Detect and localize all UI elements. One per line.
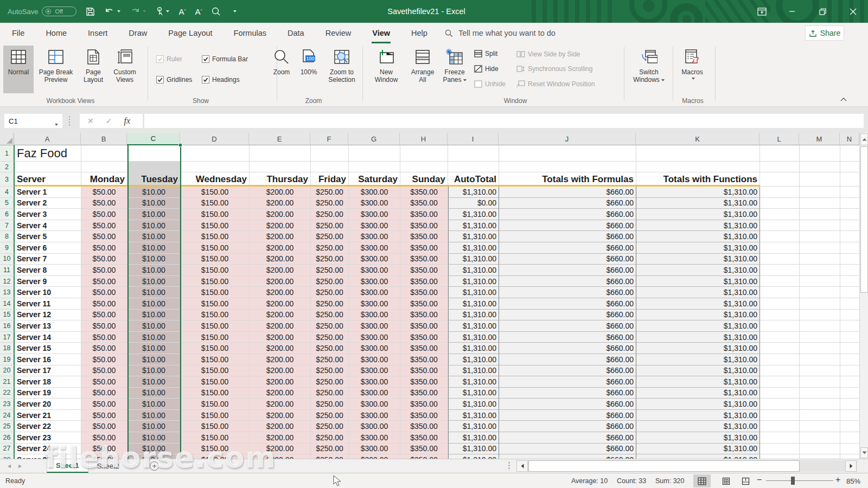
zoom-percentage[interactable]: 85% bbox=[846, 477, 860, 485]
split-button[interactable]: Split bbox=[474, 50, 497, 57]
cell-N11[interactable] bbox=[840, 265, 859, 276]
cell-F28[interactable]: $250.00 bbox=[311, 454, 349, 459]
cell-D9[interactable]: $150.00 bbox=[181, 242, 250, 254]
cell-M18[interactable] bbox=[800, 343, 840, 354]
cell-C7[interactable]: $10.00 bbox=[127, 220, 181, 232]
cell-K15[interactable]: $1,310.00 bbox=[636, 310, 760, 321]
cell-M5[interactable] bbox=[800, 198, 840, 209]
cell-A21[interactable]: Server 18 bbox=[15, 376, 81, 388]
cell-J9[interactable]: $660.00 bbox=[499, 242, 636, 254]
ruler-checkbox[interactable]: Ruler bbox=[156, 55, 182, 63]
menu-tab-insert[interactable]: Insert bbox=[87, 29, 108, 37]
cell-I23[interactable]: $1,310.00 bbox=[448, 399, 499, 410]
cell-A23[interactable]: Server 20 bbox=[15, 399, 81, 410]
cell-H13[interactable]: $350.00 bbox=[400, 287, 448, 298]
cell-N10[interactable] bbox=[840, 254, 859, 265]
cell-I4[interactable]: $1,310.00 bbox=[448, 187, 499, 198]
hscroll-handle[interactable] bbox=[508, 461, 510, 471]
cell-C15[interactable]: $10.00 bbox=[127, 310, 181, 321]
cell-M8[interactable] bbox=[800, 231, 840, 242]
cell-M21[interactable] bbox=[800, 376, 840, 388]
cell-L17[interactable] bbox=[760, 332, 800, 343]
cell-C23[interactable]: $10.00 bbox=[127, 399, 181, 410]
cell-I9[interactable]: $1,310.00 bbox=[448, 242, 499, 254]
cell-A20[interactable]: Server 17 bbox=[15, 365, 81, 377]
cell-J6[interactable]: $660.00 bbox=[499, 209, 636, 220]
cell-L28[interactable] bbox=[760, 454, 800, 459]
cell-E24[interactable]: $200.00 bbox=[250, 410, 311, 421]
horizontal-scrollbar[interactable] bbox=[516, 460, 857, 472]
cell-N8[interactable] bbox=[840, 231, 859, 242]
cell-B4[interactable]: $50.00 bbox=[81, 187, 127, 198]
cell-J1[interactable] bbox=[499, 145, 636, 162]
cell-E18[interactable]: $200.00 bbox=[250, 343, 311, 354]
tell-me-box[interactable]: Tell me what you want to do bbox=[445, 23, 556, 43]
row-header-4[interactable]: 4 bbox=[0, 187, 15, 198]
cell-A11[interactable]: Server 8 bbox=[15, 265, 81, 276]
cell-D10[interactable]: $150.00 bbox=[181, 254, 250, 265]
cell-F9[interactable]: $250.00 bbox=[311, 242, 349, 254]
cell-C5[interactable]: $10.00 bbox=[127, 198, 181, 209]
cell-C25[interactable]: $10.00 bbox=[127, 421, 181, 432]
cell-I22[interactable]: $1,310.00 bbox=[448, 388, 499, 399]
minimize-button[interactable] bbox=[777, 0, 807, 23]
column-header-K[interactable]: K bbox=[636, 133, 760, 145]
column-header-D[interactable]: D bbox=[180, 133, 249, 145]
row-header-18[interactable]: 18 bbox=[0, 343, 15, 354]
cell-M24[interactable] bbox=[800, 410, 840, 421]
cell-N13[interactable] bbox=[840, 287, 859, 298]
cell-C14[interactable]: $10.00 bbox=[127, 298, 181, 310]
cell-G22[interactable]: $300.00 bbox=[349, 388, 400, 399]
cell-J10[interactable]: $660.00 bbox=[499, 254, 636, 265]
cell-M17[interactable] bbox=[800, 332, 840, 343]
cell-M13[interactable] bbox=[800, 287, 840, 298]
cell-L15[interactable] bbox=[760, 310, 800, 321]
cell-F16[interactable]: $250.00 bbox=[311, 320, 349, 332]
cell-A25[interactable]: Server 22 bbox=[15, 421, 81, 432]
cell-F20[interactable]: $250.00 bbox=[311, 365, 349, 377]
cell-I24[interactable]: $1,310.00 bbox=[448, 410, 499, 421]
cell-F7[interactable]: $250.00 bbox=[311, 220, 349, 232]
cell-H1[interactable] bbox=[400, 145, 448, 162]
cell-K28[interactable]: $1,310.00 bbox=[636, 454, 760, 459]
cell-M28[interactable] bbox=[800, 454, 840, 459]
cell-H14[interactable]: $350.00 bbox=[400, 298, 448, 310]
cell-K8[interactable]: $1,310.00 bbox=[636, 231, 760, 242]
cell-M19[interactable] bbox=[800, 354, 840, 365]
cell-B22[interactable]: $50.00 bbox=[81, 388, 127, 399]
column-header-I[interactable]: I bbox=[448, 133, 499, 145]
row-header-9[interactable]: 9 bbox=[0, 242, 15, 254]
cell-N25[interactable] bbox=[840, 421, 859, 432]
cell-H20[interactable]: $350.00 bbox=[400, 365, 448, 377]
cell-G15[interactable]: $300.00 bbox=[349, 310, 400, 321]
cell-G6[interactable]: $300.00 bbox=[349, 209, 400, 220]
cell-A5[interactable]: Server 2 bbox=[15, 198, 81, 209]
cell-E10[interactable]: $200.00 bbox=[250, 254, 311, 265]
cell-C9[interactable]: $10.00 bbox=[127, 242, 181, 254]
cell-L23[interactable] bbox=[760, 399, 800, 410]
cell-I15[interactable]: $1,310.00 bbox=[448, 310, 499, 321]
cell-A22[interactable]: Server 19 bbox=[15, 388, 81, 399]
cell-G26[interactable]: $300.00 bbox=[349, 432, 400, 444]
column-header-H[interactable]: H bbox=[400, 133, 448, 145]
cell-C24[interactable]: $10.00 bbox=[127, 410, 181, 421]
cell-M27[interactable] bbox=[800, 444, 840, 455]
scroll-left-icon[interactable] bbox=[516, 460, 528, 472]
cell-F17[interactable]: $250.00 bbox=[311, 332, 349, 343]
cell-N7[interactable] bbox=[840, 220, 859, 232]
menu-tab-view[interactable]: View bbox=[372, 23, 391, 43]
cell-F21[interactable]: $250.00 bbox=[311, 376, 349, 388]
cell-B2[interactable] bbox=[81, 162, 127, 172]
insert-function-icon[interactable]: fx bbox=[124, 116, 130, 126]
cell-I1[interactable] bbox=[448, 145, 499, 162]
cell-F2[interactable] bbox=[311, 162, 349, 172]
cell-G18[interactable]: $300.00 bbox=[349, 343, 400, 354]
cell-J18[interactable]: $660.00 bbox=[499, 343, 636, 354]
macros-button[interactable]: Macros bbox=[677, 46, 707, 80]
cell-F5[interactable]: $250.00 bbox=[311, 198, 349, 209]
cell-H22[interactable]: $350.00 bbox=[400, 388, 448, 399]
cell-M25[interactable] bbox=[800, 421, 840, 432]
formula-bar-handle[interactable] bbox=[68, 115, 71, 126]
cell-G20[interactable]: $300.00 bbox=[349, 365, 400, 377]
name-box[interactable]: C1 bbox=[4, 114, 62, 128]
